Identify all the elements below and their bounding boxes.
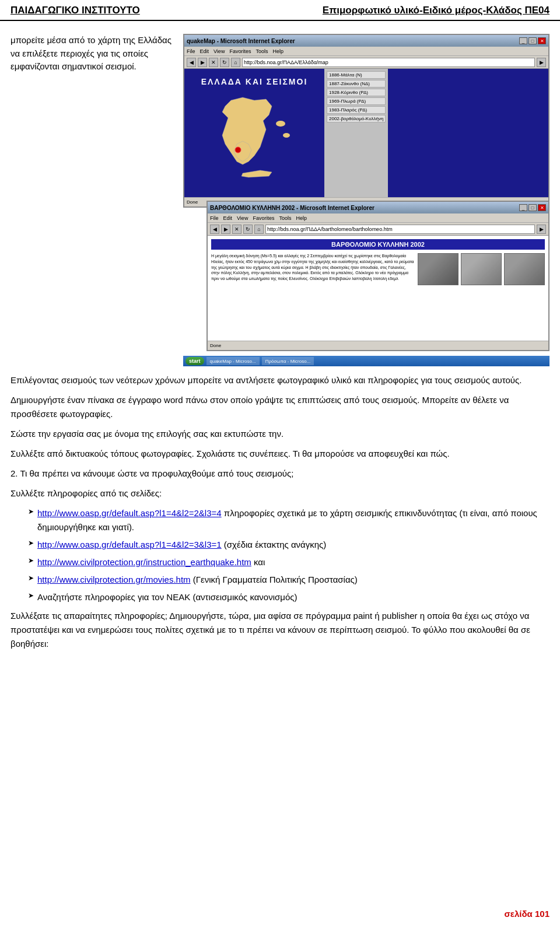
status-bar-2: Done (208, 341, 548, 350)
link-desc-2: (σχέδια έκτακτης ανάγκης) (224, 540, 326, 549)
browser-content-1: ΕΛΛΑΔΑ ΚΑΙ ΣΕΙΣΜΟΙ (184, 69, 548, 197)
sidebar-eq-item-3[interactable]: 1928-Κόρινθο (ΡΔ) (327, 89, 386, 96)
forward-button-2[interactable]: ▶ (221, 225, 230, 234)
greece-map-area: ΕΛΛΑΔΑ ΚΑΙ ΣΕΙΣΜΟΙ (184, 69, 324, 197)
body-text-section: Επιλέγοντας σεισμούς των νεότερων χρόνων… (0, 366, 560, 651)
top-content-area: μπορείτε μέσα από το χάρτη της Ελλάδας ν… (0, 28, 560, 366)
back-button-2[interactable]: ◀ (210, 225, 219, 234)
browser-toolbar-1: ◀ ▶ ✕ ↻ ⌂ ▶ (184, 56, 548, 69)
maximize-button-2[interactable]: □ (528, 204, 537, 211)
link-url-2[interactable]: http://www.oasp.gr/default.asp?l1=4&l2=3… (37, 540, 222, 549)
links-list: http://www.oasp.gr/default.asp?l1=4&l2=2… (10, 506, 550, 604)
menu-favorites-1[interactable]: Favorites (229, 48, 251, 54)
svg-point-6 (235, 147, 241, 153)
windows-taskbar: start quakeMap - Microso... Πρόσωπα - Mi… (183, 356, 550, 366)
bartholomew-body-text: Η μεγάλη σεισμική δόνηση (Ms=5.5) και αλ… (211, 253, 414, 285)
sidebar-eq-item-5[interactable]: 1983-Πλαρός (ΡΔ) (327, 106, 386, 114)
earthquake-photo-3 (504, 253, 545, 285)
section2-intro: Συλλέξτε πληροφορίες από τις σελίδες: (10, 486, 550, 500)
stop-button-2[interactable]: ✕ (232, 225, 242, 234)
sidebar-eq-item-6[interactable]: 2002-βορθόλομό-Κυλλήνη (327, 115, 386, 122)
header-right-title: Επιμορφωτικό υλικό-Ειδικό μέρος-Κλάδος Π… (323, 5, 550, 16)
left-column-paragraph: μπορείτε μέσα από το χάρτη της Ελλάδας ν… (10, 34, 174, 73)
paragraph-1: Επιλέγοντας σεισμούς των νεότερων χρόνων… (10, 373, 550, 387)
browser-window-1: quakeMap - Microsoft Internet Explorer _… (183, 34, 550, 208)
address-bar-1[interactable] (242, 58, 535, 67)
link-desc-3: και (254, 557, 265, 567)
greece-map-svg[interactable] (196, 89, 313, 182)
sidebar-eq-item-2[interactable]: 1887-Ζάκυνθο (ΝΔ) (327, 80, 386, 87)
go-button-1[interactable]: ▶ (537, 58, 546, 67)
menu-edit-1[interactable]: Edit (200, 48, 209, 54)
browser-toolbar-2: ◀ ▶ ✕ ↻ ⌂ ▶ (208, 223, 548, 236)
page-header: ΠΑΙΔΑΓΩΓΙΚΟ ΙΝΣΤΙΤΟΥΤΟ Επιμορφωτικό υλικ… (0, 0, 560, 21)
browser-menubar-2: File Edit View Favorites Tools Help (208, 213, 548, 223)
taskbar-item-2[interactable]: Πρόσωπα - Microso... (262, 357, 314, 365)
close-button-1[interactable]: ✕ (538, 37, 546, 44)
browser-title-2: ΒΑΡΘΟΛΟΜΙΟ ΚΥΛΛΗΝΗ 2002 - Microsoft Inte… (210, 205, 374, 211)
taskbar-item-1[interactable]: quakeMap - Microso... (206, 357, 260, 365)
status-text-1: Done (187, 199, 198, 205)
browser-titlebar-1: quakeMap - Microsoft Internet Explorer _… (184, 35, 548, 47)
browser-window-2: ΒΑΡΘΟΛΟΜΙΟ ΚΥΛΛΗΝΗ 2002 - Microsoft Inte… (206, 201, 550, 351)
menu-favorites-2[interactable]: Favorites (253, 215, 274, 221)
refresh-button-1[interactable]: ↻ (220, 58, 229, 67)
link-desc-4: (Γενική Γραμματεία Πολιτικής Προστασίας) (193, 575, 358, 584)
svg-point-5 (283, 133, 290, 138)
bartholomew-images (418, 253, 545, 285)
page-footer: σελίδα 101 (505, 909, 550, 919)
bartholomew-page-title: ΒΑΡΘΟΛΟΜΙΟ ΚΥΛΛΗΝΗ 2002 (211, 239, 545, 250)
bartholomew-content: ΒΑΡΘΟΛΟΜΙΟ ΚΥΛΛΗΝΗ 2002 Η μεγάλη σεισμικ… (208, 236, 548, 341)
menu-view-1[interactable]: View (214, 48, 225, 54)
final-paragraph: Συλλέξατε τις απαραίτητες πληροφορίες; Δ… (10, 609, 550, 651)
link-url-1[interactable]: http://www.oasp.gr/default.asp?l1=4&l2=2… (37, 508, 222, 518)
menu-help-2[interactable]: Help (296, 215, 307, 221)
section2-title: 2. Τι θα πρέπει να κάνουμε ώστε να προφυ… (10, 467, 550, 481)
home-button-2[interactable]: ⌂ (254, 225, 264, 234)
bartholomew-body: Η μεγάλη σεισμική δόνηση (Ms=5.5) και αλ… (211, 253, 545, 285)
maximize-button-1[interactable]: □ (528, 37, 537, 44)
sidebar-eq-item-4[interactable]: 1969-Πλωρά (ΡΔ) (327, 97, 386, 105)
link-item-3: http://www.civilprotection.gr/instructio… (28, 555, 550, 569)
bullet-item-neak: Αναζητήστε πληροφορίες για τον ΝΕΑΚ (αντ… (28, 590, 550, 604)
browser-titlebar-2: ΒΑΡΘΟΛΟΜΙΟ ΚΥΛΛΗΝΗ 2002 - Microsoft Inte… (208, 202, 548, 213)
svg-point-4 (276, 121, 285, 127)
menu-file-1[interactable]: File (187, 48, 195, 54)
minimize-button-1[interactable]: _ (519, 37, 527, 44)
menu-view-2[interactable]: View (237, 215, 248, 221)
link-url-4[interactable]: http://www.civilprotection.gr/movies.htm (37, 575, 191, 584)
menu-edit-2[interactable]: Edit (223, 215, 233, 221)
left-text-column: μπορείτε μέσα από το χάρτη της Ελλάδας ν… (10, 34, 174, 366)
address-bar-2[interactable] (265, 225, 535, 234)
header-left-title: ΠΑΙΔΑΓΩΓΙΚΟ ΙΝΣΤΙΤΟΥΤΟ (10, 5, 140, 16)
go-button-2[interactable]: ▶ (537, 225, 546, 234)
page-number: σελίδα 101 (505, 909, 550, 919)
back-button-1[interactable]: ◀ (187, 58, 196, 67)
menu-tools-1[interactable]: Tools (256, 48, 268, 54)
link-item-4: http://www.civilprotection.gr/movies.htm… (28, 573, 550, 587)
stop-button-1[interactable]: ✕ (209, 58, 218, 67)
refresh-button-2[interactable]: ↻ (243, 225, 253, 234)
close-button-2[interactable]: ✕ (538, 204, 546, 211)
start-button[interactable]: start (186, 357, 204, 365)
menu-file-2[interactable]: File (210, 215, 219, 221)
greece-map-title: ΕΛΛΑΔΑ ΚΑΙ ΣΕΙΣΜΟΙ (190, 75, 318, 89)
paragraph-2: Δημιουργήστε έναν πίνακα σε έγγραφο word… (10, 393, 550, 421)
minimize-button-2[interactable]: _ (519, 204, 527, 211)
sidebar-eq-item-1[interactable]: 1886-Μάλτα (Ν) (327, 71, 386, 79)
browser-window-controls-1: _ □ ✕ (519, 37, 546, 44)
link-item-1: http://www.oasp.gr/default.asp?l1=4&l2=2… (28, 506, 550, 534)
link-item-2: http://www.oasp.gr/default.asp?l1=4&l2=3… (28, 538, 550, 552)
paragraph-4: Συλλέξτε από δικτυακούς τόπους φωτογραφί… (10, 447, 550, 461)
forward-button-1[interactable]: ▶ (198, 58, 207, 67)
greece-earthquake-sidebar: 1886-Μάλτα (Ν) 1887-Ζάκυνθο (ΝΔ) 1928-Κό… (324, 69, 388, 197)
link-url-3[interactable]: http://www.civilprotection.gr/instructio… (37, 557, 251, 567)
home-button-1[interactable]: ⌂ (231, 58, 240, 67)
menu-tools-2[interactable]: Tools (279, 215, 291, 221)
browser-window-controls-2: _ □ ✕ (519, 204, 546, 211)
earthquake-photo-2 (461, 253, 502, 285)
earthquake-photo-1 (418, 253, 459, 285)
menu-help-1[interactable]: Help (272, 48, 284, 54)
status-text-2: Done (210, 343, 221, 348)
paragraph-3: Σώστε την εργασία σας με όνομα της επιλο… (10, 427, 550, 441)
